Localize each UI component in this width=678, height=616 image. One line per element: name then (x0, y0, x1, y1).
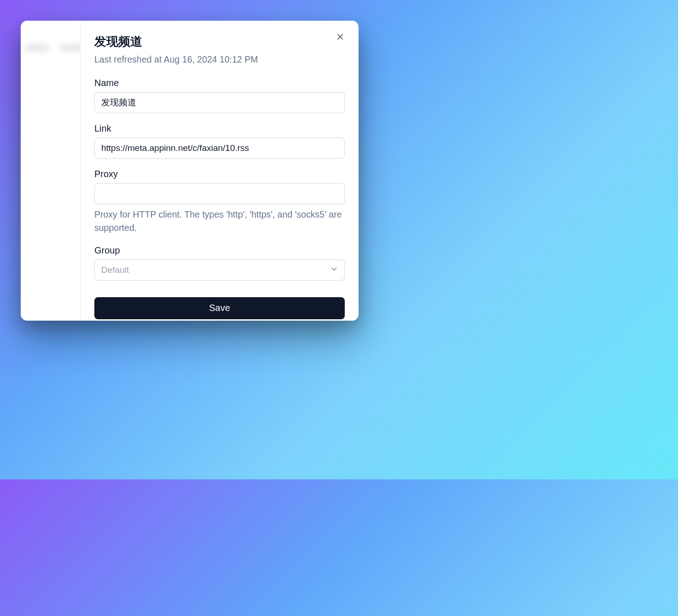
name-field-group: Name (94, 78, 345, 113)
proxy-label: Proxy (94, 169, 345, 179)
last-refreshed-label: Last refreshed at Aug 16, 2024 10:12 PM (94, 54, 345, 65)
group-field-group: Group Default (94, 245, 345, 281)
proxy-field-group: Proxy Proxy for HTTP client. The types '… (94, 169, 345, 235)
feed-edit-modal: 发现频道 Last refreshed at Aug 16, 2024 10:1… (80, 21, 359, 321)
link-input[interactable] (94, 138, 345, 159)
proxy-input[interactable] (94, 183, 345, 204)
save-button[interactable]: Save (94, 297, 345, 319)
modal-scroll-area[interactable]: 发现频道 Last refreshed at Aug 16, 2024 10:1… (81, 21, 359, 321)
close-button[interactable] (334, 31, 347, 44)
link-field-group: Link (94, 123, 345, 159)
close-icon (336, 33, 344, 42)
group-select[interactable]: Default (94, 259, 345, 281)
app-window: 发现频道 Last refreshed at Aug 16, 2024 10:1… (21, 21, 359, 321)
group-label: Group (94, 245, 345, 256)
name-label: Name (94, 78, 345, 88)
link-label: Link (94, 123, 345, 134)
name-input[interactable] (94, 92, 345, 113)
proxy-helper-text: Proxy for HTTP client. The types 'http',… (94, 208, 345, 235)
modal-title: 发现频道 (94, 34, 345, 50)
modal-overlay: 发现频道 Last refreshed at Aug 16, 2024 10:1… (21, 21, 359, 321)
